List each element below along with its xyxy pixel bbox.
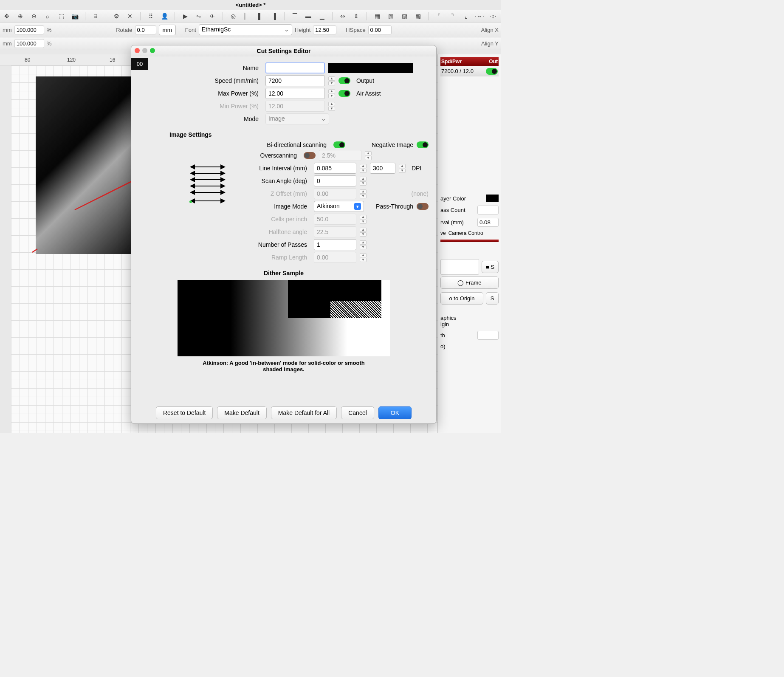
output-toggle[interactable] <box>338 77 350 84</box>
name-input[interactable] <box>265 62 325 73</box>
arr1-icon[interactable]: ▦ <box>373 12 381 20</box>
make-default-button[interactable]: Make Default <box>217 406 266 419</box>
bidir-toggle[interactable] <box>333 141 345 148</box>
layer-color-label: ayer Color <box>440 195 466 202</box>
corner-tl-icon[interactable]: ⌜ <box>434 12 443 20</box>
go-to-origin-button[interactable]: o to Origin <box>440 292 483 305</box>
rotate-input[interactable] <box>135 25 156 34</box>
right-col1: Spd/Pwr <box>441 59 462 65</box>
person-icon[interactable]: 👤 <box>160 12 169 20</box>
cancel-button[interactable]: Cancel <box>341 406 374 419</box>
align-top-icon[interactable]: ▔ <box>290 12 299 20</box>
corner-bl-icon[interactable]: ⌞ <box>462 12 470 20</box>
close-icon[interactable] <box>135 48 140 53</box>
x-value-input[interactable] <box>14 25 44 34</box>
align-mid-icon[interactable]: ▬ <box>304 12 313 20</box>
numpasses-stepper[interactable]: ▲▼ <box>360 240 367 250</box>
zoom-out-icon[interactable]: ⊖ <box>30 12 38 20</box>
maxpower-stepper[interactable]: ▲▼ <box>328 88 335 99</box>
overscan-label: Overscanning <box>139 152 300 159</box>
passthrough-toggle[interactable] <box>417 203 429 210</box>
maxpower-input[interactable] <box>265 88 325 99</box>
arr3-icon[interactable]: ▨ <box>400 12 409 20</box>
layer-color-swatch[interactable] <box>486 195 499 202</box>
rotate-label: Rotate <box>116 27 132 33</box>
font-select[interactable]: EtharnigSc <box>199 24 292 35</box>
monitor-icon[interactable]: 🖥 <box>91 12 100 20</box>
cellspi-stepper: ▲▼ <box>360 214 367 224</box>
speed-input[interactable] <box>265 75 325 86</box>
play-icon[interactable]: ▶ <box>181 12 189 20</box>
minpower-input <box>265 101 325 112</box>
cellspi-label: Cells per inch <box>139 216 310 223</box>
arr4-icon[interactable]: ▩ <box>414 12 422 20</box>
make-default-all-button[interactable]: Make Default for All <box>271 406 337 419</box>
units-button[interactable]: mm <box>159 25 176 35</box>
tab-move[interactable]: ve <box>440 230 446 236</box>
maximize-icon[interactable] <box>150 48 155 53</box>
dpi-label: DPI <box>412 165 421 172</box>
minpower-stepper: ▲▼ <box>328 101 335 111</box>
target-icon[interactable]: ◎ <box>229 12 237 20</box>
speed-stepper[interactable]: ▲▼ <box>328 76 335 86</box>
center2-icon[interactable]: ·↕· <box>489 12 497 20</box>
reset-default-button[interactable]: Reset to Default <box>156 406 213 419</box>
align-center-icon[interactable]: ▌ <box>256 12 265 20</box>
numpasses-input[interactable] <box>314 239 356 250</box>
halftone-label: Halftone angle <box>139 228 310 235</box>
frame-button[interactable]: ◯ Frame <box>440 276 499 289</box>
scan-direction-icon <box>186 163 229 209</box>
right-row-val[interactable]: 7200.0 / 12.0 <box>441 68 474 75</box>
overscan-toggle[interactable] <box>304 152 316 159</box>
interval-input[interactable] <box>477 218 499 227</box>
pass-count-input[interactable] <box>477 206 499 214</box>
lineint-input[interactable] <box>314 163 356 174</box>
tab-camera[interactable]: Camera Contro <box>448 230 483 236</box>
move-icon[interactable]: ✥ <box>3 12 11 20</box>
dist-v-icon[interactable]: ⇕ <box>352 12 361 20</box>
camera-icon[interactable]: 📷 <box>71 12 79 20</box>
th-label: th <box>440 332 445 338</box>
hspace-input[interactable] <box>368 25 392 34</box>
height-input[interactable] <box>313 25 336 34</box>
dpi-stepper[interactable]: ▲▼ <box>399 163 406 173</box>
marquee-icon[interactable]: ⬚ <box>57 12 65 20</box>
dpi-input[interactable] <box>370 163 395 174</box>
flip-h-icon[interactable]: ⇋ <box>195 12 203 20</box>
zoffset-stepper: ▲▼ <box>360 189 367 199</box>
airassist-toggle[interactable] <box>338 90 350 97</box>
th-input[interactable] <box>477 331 499 340</box>
zoom-in-icon[interactable]: ⊕ <box>16 12 25 20</box>
s-button-1[interactable]: ■ S <box>482 261 499 273</box>
layer-output-toggle[interactable] <box>486 68 498 75</box>
center-icon[interactable]: ·↔· <box>475 12 484 20</box>
output-label: Output <box>356 77 374 84</box>
name-label: Name <box>139 65 262 71</box>
tools-icon[interactable]: ✕ <box>126 12 134 20</box>
panel-input[interactable] <box>440 259 479 275</box>
height-label: Height <box>295 27 311 33</box>
scanangle-stepper[interactable]: ▲▼ <box>360 176 367 186</box>
corner-tr-icon[interactable]: ⌝ <box>448 12 457 20</box>
align-bot-icon[interactable]: ▁ <box>318 12 326 20</box>
align-right-icon[interactable]: ▐ <box>270 12 278 20</box>
pass-count-label: ass Count <box>440 207 465 213</box>
dither-title: Dither Sample <box>139 270 429 276</box>
svg-line-1 <box>32 249 37 252</box>
dist-h-icon[interactable]: ⇔ <box>338 12 347 20</box>
s-button-2[interactable]: S <box>486 292 499 305</box>
imagemode-select[interactable]: Atkinson <box>314 201 364 212</box>
send-icon[interactable]: ✈ <box>208 12 217 20</box>
arr2-icon[interactable]: ▧ <box>386 12 395 20</box>
property-bar-1: mm % Rotate mm Font EtharnigSc Height HS… <box>0 23 501 37</box>
align-left-icon[interactable]: ▏ <box>243 12 251 20</box>
zoom-fit-icon[interactable]: ⌕ <box>43 12 52 20</box>
group-icon[interactable]: ⠿ <box>147 12 155 20</box>
negative-toggle[interactable] <box>417 141 429 148</box>
scanangle-input[interactable] <box>314 175 356 186</box>
lineint-stepper[interactable]: ▲▼ <box>360 163 367 173</box>
ok-button[interactable]: OK <box>378 406 412 419</box>
y-value-input[interactable] <box>14 39 44 48</box>
cut-settings-modal: Cut Settings Editor 00 Name Speed (mm/mi… <box>131 45 437 424</box>
gear-icon[interactable]: ⚙ <box>112 12 121 20</box>
